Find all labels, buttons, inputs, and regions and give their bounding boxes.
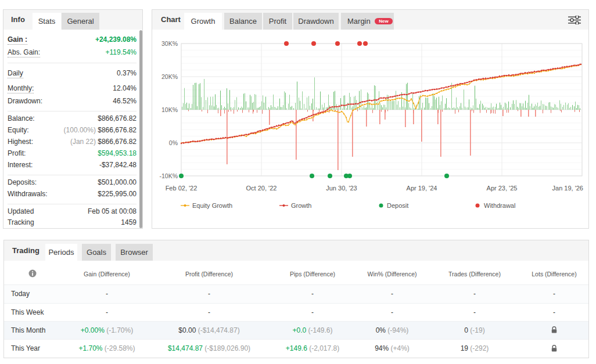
svg-text:Equity Growth: Equity Growth xyxy=(192,202,232,209)
svg-text:-10K%: -10K% xyxy=(159,172,178,179)
svg-text:20K%: 20K% xyxy=(161,73,178,80)
svg-text:0%: 0% xyxy=(169,139,178,146)
svg-text:Apr 23, '25: Apr 23, '25 xyxy=(487,185,518,192)
svg-text:Jan 19, '26: Jan 19, '26 xyxy=(552,185,583,192)
svg-text:10K%: 10K% xyxy=(161,106,178,113)
svg-text:30K%: 30K% xyxy=(161,40,178,47)
svg-text:Oct 20, '22: Oct 20, '22 xyxy=(246,185,277,192)
svg-text:Withdrawal: Withdrawal xyxy=(484,202,515,209)
svg-text:Growth: Growth xyxy=(291,202,311,209)
svg-text:Apr 19, '24: Apr 19, '24 xyxy=(407,185,437,192)
svg-text:Feb 02, '22: Feb 02, '22 xyxy=(166,185,198,192)
svg-text:Jun 30, '23: Jun 30, '23 xyxy=(326,185,357,192)
svg-text:Deposit: Deposit xyxy=(387,202,408,209)
